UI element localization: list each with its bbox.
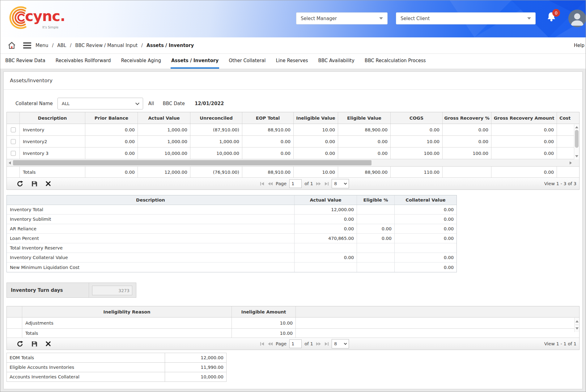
next-page-button[interactable] — [316, 181, 321, 186]
prev-page-button[interactable] — [268, 181, 273, 186]
view-range-label: View 1 - 1 of 1 — [544, 341, 579, 346]
column-header: Actual Value — [138, 112, 190, 124]
totals-value: 88,910.00 — [242, 167, 294, 177]
scroll-down-icon[interactable] — [575, 155, 578, 157]
delete-button[interactable] — [46, 181, 51, 186]
manager-select-value: Select Manager — [301, 16, 337, 21]
assets-inventory-panel: Assets/Inventory Collateral Name ALL All… — [3, 71, 583, 389]
cell-value: (87,910.00) — [190, 124, 242, 135]
prev-page-button[interactable] — [268, 342, 273, 346]
page-number-input[interactable] — [289, 339, 302, 348]
inventory-turn-days-input[interactable] — [92, 286, 132, 295]
table-row: New Minimum Liquidation Cost 0.00 — [7, 262, 456, 272]
tab-assets-inventory[interactable]: Assets / Inventory — [171, 54, 219, 69]
close-icon — [46, 181, 51, 186]
last-page-icon — [324, 181, 329, 186]
cell-value: 0.00 — [395, 205, 456, 214]
breadcrumb-separator: / — [70, 43, 71, 48]
page-title: Assets/Inventory — [4, 72, 582, 90]
refresh-button[interactable] — [17, 181, 23, 187]
hamburger-menu-icon[interactable] — [23, 41, 31, 50]
inventory-turn-days: Inventory Turn days — [6, 283, 136, 298]
tab-bbc-recalculation-process[interactable]: BBC Recalculation Process — [364, 54, 427, 69]
save-button[interactable] — [32, 181, 37, 187]
breadcrumb-item-abl[interactable]: ABL — [57, 43, 66, 48]
cell-value: 88,910.00 — [242, 124, 294, 135]
tab-bbc-review-data[interactable]: BBC Review Data — [5, 54, 46, 69]
cell-value — [357, 243, 395, 253]
last-page-button[interactable] — [324, 342, 329, 346]
page-size-value: 8 — [334, 181, 337, 186]
tab-bbc-availability[interactable]: BBC Availability — [318, 54, 355, 69]
row-checkbox[interactable] — [11, 127, 16, 132]
refresh-button[interactable] — [17, 341, 23, 347]
row-checkbox[interactable] — [11, 151, 16, 156]
summary-value: 10,000.00 — [165, 372, 226, 381]
horizontal-scrollbar[interactable] — [7, 159, 579, 167]
first-page-button[interactable] — [260, 342, 265, 346]
chevron-down-icon — [527, 17, 531, 19]
cell-value: 0.00 — [391, 124, 443, 135]
scroll-right-icon[interactable] — [570, 161, 572, 164]
page-size-select[interactable]: 8 — [332, 179, 349, 188]
column-header: Cost — [557, 112, 579, 124]
menu-label[interactable]: Menu — [36, 43, 48, 48]
avatar[interactable] — [568, 10, 586, 27]
cell-value: 1,000.00 — [138, 136, 190, 147]
summary-table: EOM Totals 12,000.00 Eligible Accounts I… — [6, 353, 227, 382]
home-button[interactable] — [8, 41, 16, 49]
row-checkbox[interactable] — [11, 139, 16, 144]
cell-value — [357, 262, 395, 272]
notifications-button[interactable]: 0 — [547, 11, 561, 27]
scroll-up-icon[interactable] — [575, 126, 578, 128]
tab-receivables-rollforward[interactable]: Receivables Rollforward — [55, 54, 112, 69]
cell-value: 0.00 — [295, 253, 357, 262]
save-button[interactable] — [32, 341, 37, 347]
totals-value: 10.00 — [232, 329, 296, 338]
cell-value: 0.00 — [295, 224, 357, 233]
scroll-up-icon[interactable] — [575, 320, 579, 322]
totals-value — [557, 167, 579, 177]
summary-label: Eligible Accounts Inventories — [7, 363, 165, 372]
cell-description: New Minimum Liquidation Cost — [7, 262, 295, 272]
content-area: Assets/Inventory Collateral Name ALL All… — [0, 69, 586, 392]
client-select[interactable]: Select Client — [396, 12, 536, 24]
tab-other-collateral[interactable]: Other Collateral — [228, 54, 266, 69]
cell-value: 0.00 — [491, 124, 557, 135]
scrollbar-thumb[interactable] — [575, 130, 579, 148]
collateral-name-label: Collateral Name — [15, 101, 53, 106]
cell-value — [357, 253, 395, 262]
delete-button[interactable] — [46, 341, 51, 346]
page-number-input[interactable] — [289, 179, 302, 188]
page-size-select[interactable]: 8 — [332, 339, 349, 348]
first-page-button[interactable] — [260, 181, 265, 186]
collateral-name-select[interactable]: ALL — [57, 98, 143, 109]
page-of-label: of 1 — [304, 181, 313, 186]
next-page-button[interactable] — [316, 342, 321, 346]
inventory-grid-header: Description Prior Balance Actual Value U… — [7, 112, 579, 124]
cell-value: 10,000.00 — [190, 147, 242, 159]
help-link[interactable]: Help — [574, 43, 584, 48]
tab-line-reserves[interactable]: Line Reserves — [275, 54, 308, 69]
column-header: Gross Recovery Amount — [491, 112, 557, 124]
close-icon — [46, 341, 51, 346]
view-range-label: View 1 - 3 of 3 — [544, 181, 579, 186]
breadcrumb-item-bbc-review[interactable]: BBC Review / Manual Input — [75, 43, 138, 48]
cell-value — [295, 262, 357, 272]
manager-select[interactable]: Select Manager — [296, 12, 388, 24]
vertical-scrollbar[interactable] — [574, 124, 579, 159]
last-page-button[interactable] — [324, 181, 329, 186]
cell-value: 0.00 — [242, 136, 294, 147]
scroll-down-icon[interactable] — [575, 327, 579, 330]
cell-value: 0.00 — [491, 147, 557, 159]
totals-row: Totals 0.00 12,000.00 (76,910.00) 88,910… — [7, 167, 579, 178]
vertical-scrollbar[interactable] — [574, 318, 579, 332]
cync-logo[interactable]: cync. It's Simple — [9, 3, 62, 35]
tab-receivable-aging[interactable]: Receivable Aging — [121, 54, 162, 69]
scrollbar-thumb[interactable] — [13, 160, 372, 165]
ineligibility-grid: Ineligiblity Reason Ineligible Amount Ad… — [6, 306, 580, 350]
prev-page-icon — [268, 181, 273, 186]
cell-value: 0.00 — [85, 124, 138, 135]
column-header: COGS — [391, 112, 443, 124]
scroll-left-icon[interactable] — [9, 161, 11, 164]
